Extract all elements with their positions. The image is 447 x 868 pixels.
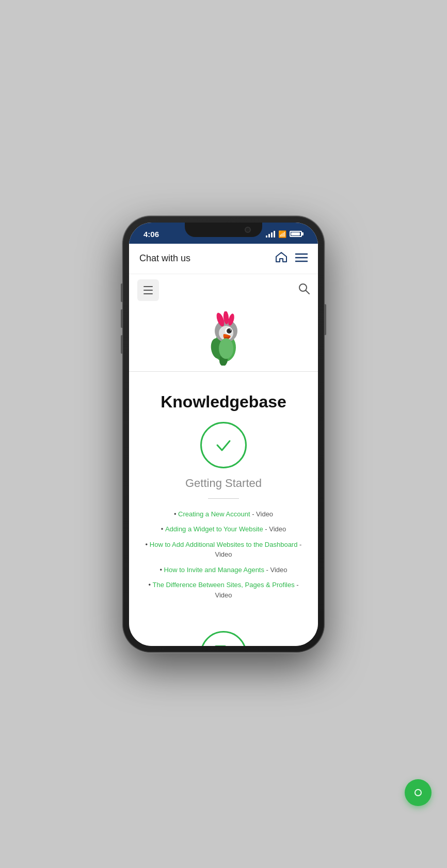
creating-account-suffix: - Video bbox=[252, 510, 273, 518]
profiles-link[interactable]: The Difference Between Sites, Pages & Pr… bbox=[153, 581, 295, 589]
battery-icon bbox=[290, 231, 304, 237]
page-title: Knowledgebase bbox=[150, 377, 297, 422]
getting-started-links: Creating a New Account - Video Adding a … bbox=[139, 509, 308, 606]
list-item: How to Add Additional Websites to the Da… bbox=[139, 540, 308, 560]
phone-frame: 4:06 📶 Chat with us bbox=[123, 216, 324, 652]
chat-icon-circle bbox=[200, 631, 247, 646]
parrot-area bbox=[129, 306, 318, 372]
svg-point-16 bbox=[230, 329, 231, 330]
menu-button[interactable] bbox=[137, 279, 159, 301]
svg-point-17 bbox=[219, 338, 233, 359]
svg-rect-18 bbox=[214, 645, 227, 646]
phone-screen: 4:06 📶 Chat with us bbox=[129, 223, 318, 646]
chat-widget-section: Chat Widget Customization bbox=[129, 616, 318, 646]
additional-websites-link[interactable]: How to Add Additional Websites to the Da… bbox=[150, 541, 298, 548]
menu-line-2 bbox=[143, 290, 153, 291]
creating-account-link[interactable]: Creating a New Account bbox=[178, 510, 250, 518]
menu-line-1 bbox=[143, 286, 153, 287]
parrot-image bbox=[198, 311, 249, 363]
adding-widget-link[interactable]: Adding a Widget to Your Website bbox=[165, 525, 263, 533]
list-item: The Difference Between Sites, Pages & Pr… bbox=[139, 580, 308, 600]
getting-started-title: Getting Started bbox=[185, 477, 262, 490]
camera bbox=[245, 227, 251, 233]
svg-line-4 bbox=[306, 291, 310, 294]
getting-started-section: Knowledgebase Getting Started Creating a… bbox=[129, 372, 318, 616]
search-button[interactable] bbox=[298, 283, 310, 297]
list-item: How to Invite and Manage Agents - Video bbox=[139, 565, 308, 575]
signal-icon bbox=[266, 231, 275, 238]
list-item: Adding a Widget to Your Website - Video bbox=[139, 524, 308, 534]
notch bbox=[185, 223, 262, 237]
header-title: Chat with us bbox=[139, 253, 190, 264]
header-nav: Chat with us bbox=[129, 244, 318, 274]
main-content: Knowledgebase Getting Started Creating a… bbox=[129, 372, 318, 646]
list-item: Creating a New Account - Video bbox=[139, 509, 308, 519]
check-circle-icon bbox=[200, 422, 247, 468]
header-icons bbox=[275, 251, 308, 266]
hamburger-icon[interactable] bbox=[295, 252, 308, 265]
invite-agents-suffix: - Video bbox=[266, 566, 288, 574]
invite-agents-link[interactable]: How to Invite and Manage Agents bbox=[164, 566, 264, 574]
status-icons: 📶 bbox=[266, 230, 304, 238]
section-divider bbox=[208, 498, 239, 499]
wifi-icon: 📶 bbox=[278, 230, 286, 238]
home-icon[interactable] bbox=[275, 251, 288, 266]
sub-header bbox=[129, 274, 318, 306]
adding-widget-suffix: - Video bbox=[265, 525, 286, 533]
status-time: 4:06 bbox=[143, 230, 159, 239]
menu-line-3 bbox=[143, 293, 153, 294]
